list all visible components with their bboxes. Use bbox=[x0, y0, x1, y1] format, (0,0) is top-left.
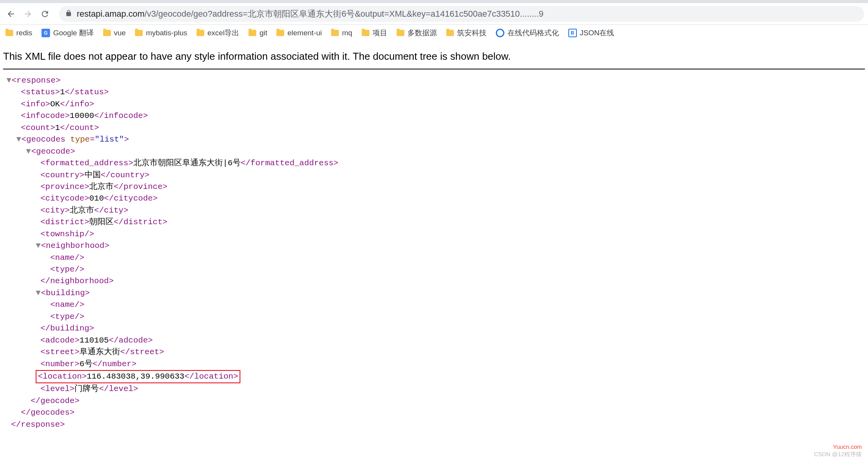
toggle-icon[interactable]: ▼ bbox=[26, 146, 31, 157]
bookmark-label: 项目 bbox=[373, 28, 387, 38]
forward-button[interactable] bbox=[21, 7, 35, 21]
xml-district: 朝阳区 bbox=[89, 218, 114, 227]
folder-icon bbox=[276, 30, 284, 36]
bookmark-redis[interactable]: redis bbox=[5, 29, 32, 37]
bookmark-label: excel导出 bbox=[207, 28, 239, 38]
bookmark-git[interactable]: git bbox=[248, 29, 267, 37]
xml-infocode: 10000 bbox=[70, 111, 94, 120]
bookmark-excel-export[interactable]: excel导出 bbox=[197, 28, 239, 38]
browser-toolbar: restapi.amap.com/v3/geocode/geo?address=… bbox=[0, 3, 868, 25]
page-content: This XML file does not appear to have an… bbox=[0, 41, 868, 437]
toggle-icon[interactable]: ▼ bbox=[6, 75, 12, 87]
xml-level: 门牌号 bbox=[74, 384, 99, 393]
xml-formatted-address: 北京市朝阳区阜通东大街|6号 bbox=[133, 159, 241, 168]
bookmark-label: 筑安科技 bbox=[457, 28, 487, 38]
folder-icon bbox=[248, 30, 256, 36]
folder-icon bbox=[103, 30, 111, 36]
watermark-line1: Yuucn.com bbox=[814, 443, 862, 450]
folder-icon bbox=[397, 30, 404, 36]
folder-icon bbox=[362, 30, 369, 36]
bookmark-mybatis-plus[interactable]: mybatis-plus bbox=[135, 29, 187, 37]
bookmark-label: JSON在线 bbox=[580, 28, 614, 38]
back-button[interactable] bbox=[4, 7, 18, 21]
bookmark-label: redis bbox=[16, 29, 32, 37]
lock-icon bbox=[65, 9, 72, 19]
bookmark-label: vue bbox=[114, 29, 126, 37]
bookmark-code-format[interactable]: 在线代码格式化 bbox=[496, 28, 559, 38]
xml-notice: This XML file does not appear to have an… bbox=[3, 47, 865, 69]
folder-icon bbox=[5, 30, 13, 36]
toggle-icon[interactable]: ▼ bbox=[16, 134, 21, 145]
tab-strip bbox=[0, 0, 868, 3]
circle-icon bbox=[496, 29, 504, 37]
xml-citycode: 010 bbox=[89, 194, 104, 203]
xml-adcode: 110105 bbox=[79, 336, 109, 345]
xml-number: 6号 bbox=[79, 360, 93, 369]
xml-province: 北京市 bbox=[89, 182, 114, 191]
json-icon: B bbox=[568, 29, 577, 37]
watermark-line2: CSDN @12程序猿 bbox=[814, 451, 862, 458]
folder-icon bbox=[135, 30, 143, 36]
xml-country: 中国 bbox=[85, 171, 101, 180]
bookmark-zhuan-tech[interactable]: 筑安科技 bbox=[446, 28, 487, 38]
arrow-left-icon bbox=[6, 9, 16, 19]
xml-location: 116.483038,39.990633 bbox=[87, 372, 185, 381]
bookmark-label: mq bbox=[342, 29, 352, 37]
folder-icon bbox=[446, 30, 454, 36]
reload-button[interactable] bbox=[38, 7, 52, 21]
bookmark-label: mybatis-plus bbox=[146, 29, 187, 37]
xml-street: 阜通东大街 bbox=[79, 348, 120, 356]
bookmark-google-translate[interactable]: GGoogle 翻译 bbox=[41, 28, 94, 38]
folder-icon bbox=[331, 30, 339, 36]
bookmark-json-online[interactable]: BJSON在线 bbox=[568, 28, 614, 38]
watermark: Yuucn.com CSDN @12程序猿 bbox=[814, 443, 862, 458]
bookmark-label: 在线代码格式化 bbox=[507, 28, 559, 38]
xml-tree: ▼<response> <status>1</status> <info>OK<… bbox=[3, 75, 865, 431]
address-bar[interactable]: restapi.amap.com/v3/geocode/geo?address=… bbox=[59, 6, 864, 22]
bookmark-vue[interactable]: vue bbox=[103, 29, 126, 37]
url-text: restapi.amap.com/v3/geocode/geo?address=… bbox=[77, 8, 544, 20]
bookmark-mq[interactable]: mq bbox=[331, 29, 352, 37]
xml-info: OK bbox=[50, 100, 60, 109]
bookmark-element-ui[interactable]: element-ui bbox=[276, 29, 322, 37]
translate-icon: G bbox=[41, 29, 50, 37]
toggle-icon[interactable]: ▼ bbox=[36, 240, 41, 252]
location-highlight: <location>116.483038,39.990633</location… bbox=[36, 370, 241, 383]
xml-status: 1 bbox=[60, 88, 65, 97]
folder-icon bbox=[197, 30, 204, 36]
bookmark-project[interactable]: 项目 bbox=[362, 28, 387, 38]
bookmark-label: git bbox=[259, 29, 267, 37]
reload-icon bbox=[40, 9, 50, 19]
bookmark-label: Google 翻译 bbox=[53, 28, 94, 38]
toggle-icon[interactable]: ▼ bbox=[36, 287, 41, 299]
bookmark-label: element-ui bbox=[287, 29, 322, 37]
xml-count: 1 bbox=[55, 123, 60, 132]
arrow-right-icon bbox=[23, 9, 33, 19]
bookmark-label: 多数据源 bbox=[407, 28, 437, 38]
bookmarks-bar: redis GGoogle 翻译 vue mybatis-plus excel导… bbox=[0, 25, 868, 41]
xml-city: 北京市 bbox=[70, 206, 94, 215]
bookmark-multi-datasource[interactable]: 多数据源 bbox=[397, 28, 437, 38]
